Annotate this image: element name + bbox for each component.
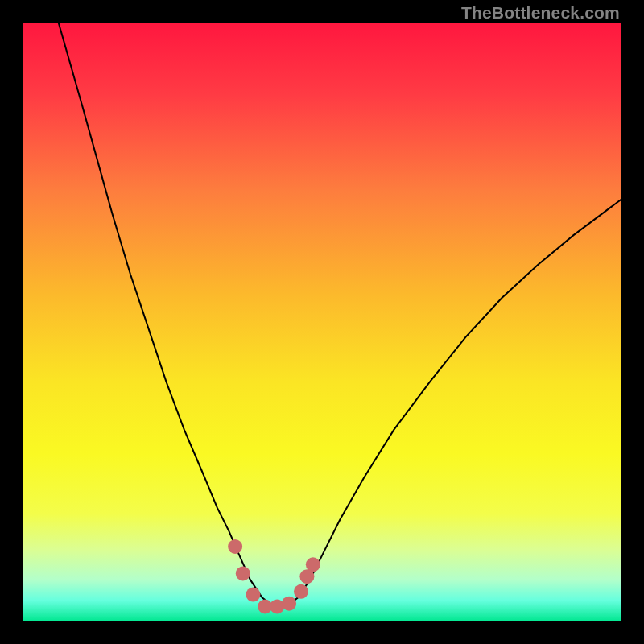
marker-dot bbox=[306, 557, 320, 572]
chart-frame: TheBottleneck.com bbox=[0, 0, 644, 644]
curve-overlay bbox=[23, 23, 621, 621]
watermark-text: TheBottleneck.com bbox=[461, 3, 620, 23]
marker-dot bbox=[282, 597, 296, 611]
marker-dot bbox=[246, 588, 260, 602]
marker-dot bbox=[294, 584, 308, 599]
bottleneck-curve bbox=[59, 23, 621, 606]
marker-dot bbox=[236, 566, 250, 580]
marker-dot bbox=[228, 539, 242, 554]
marker-dots bbox=[228, 539, 320, 613]
plot-area bbox=[23, 23, 621, 621]
